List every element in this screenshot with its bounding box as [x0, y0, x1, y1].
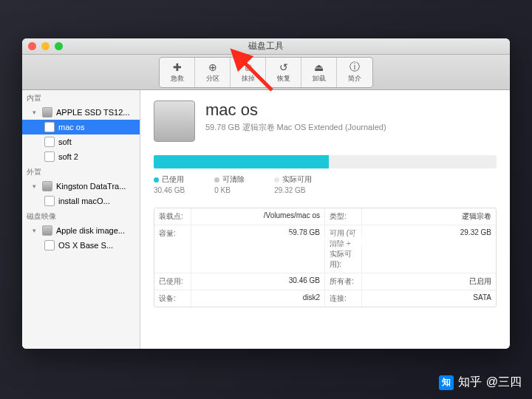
main-panel: mac os 59.78 GB 逻辑宗卷 Mac OS Extended (Jo… [140, 90, 510, 349]
info-key: 装载点: [154, 208, 191, 225]
titlebar[interactable]: 磁盘工具 [22, 38, 510, 55]
volume-subtitle: 59.78 GB 逻辑宗卷 Mac OS Extended (Journaled… [205, 122, 386, 133]
volume-name: mac os [205, 100, 386, 120]
usage-legend: 已使用30.46 GB可清除0 KB实际可用29.32 GB [154, 174, 497, 194]
info-key: 类型: [325, 208, 362, 225]
disk-icon [42, 181, 52, 191]
info-key: 所有者: [325, 273, 362, 290]
info-value: 30.46 GB [191, 273, 325, 290]
stethoscope-icon: ✚ [173, 61, 182, 74]
sidebar-group-label: 外置 [22, 164, 140, 179]
disclosure-icon[interactable]: ▾ [33, 227, 38, 234]
info-key: 设备: [154, 290, 191, 307]
info-key: 可用 (可清除 + 实际可用): [325, 225, 362, 273]
info-row: 已使用:30.46 GB所有者:已启用 [154, 273, 496, 290]
info-row: 设备:disk2连接:SATA [154, 290, 496, 307]
toolbar-erase-button[interactable]: ⎚抹掉 [231, 58, 266, 87]
sidebar-item[interactable]: soft [22, 134, 140, 149]
volume-icon [44, 122, 55, 132]
info-value: 逻辑宗卷 [362, 208, 496, 225]
window-title: 磁盘工具 [22, 40, 510, 52]
info-value: SATA [362, 290, 496, 307]
volume-icon [44, 196, 55, 206]
traffic-lights [28, 42, 63, 50]
toolbar-eject-button[interactable]: ⏏卸载 [301, 58, 337, 87]
sidebar-group-label: 内置 [22, 90, 140, 105]
restore-icon: ↺ [279, 61, 288, 74]
disk-utility-window: 磁盘工具 ✚急救⊕分区⎚抹掉↺恢复⏏卸载ⓘ简介 内置▾APPLE SSD TS1… [22, 38, 510, 349]
info-row: 容量:59.78 GB可用 (可清除 + 实际可用):29.32 GB [154, 225, 496, 273]
sidebar-item[interactable]: soft 2 [22, 149, 140, 164]
volume-icon [44, 240, 55, 250]
legend-used: 已使用30.46 GB [154, 174, 185, 194]
corner-watermark: 知 知乎 @三四 [439, 375, 522, 390]
info-icon: ⓘ [349, 61, 360, 74]
sidebar-item[interactable]: ▾Kingston DataTra... [22, 179, 140, 194]
sidebar-item[interactable]: mac os [22, 120, 140, 134]
info-value: /Volumes/mac os [191, 208, 325, 225]
sidebar-item[interactable]: ▾APPLE SSD TS12... [22, 105, 140, 120]
zhihu-icon: 知 [439, 375, 454, 390]
sidebar-item[interactable]: OS X Base S... [22, 238, 140, 253]
volume-icon [44, 151, 55, 162]
eject-icon: ⏏ [314, 61, 324, 74]
usage-used [154, 155, 329, 168]
info-value: disk2 [191, 290, 325, 307]
disclosure-icon[interactable]: ▾ [33, 109, 38, 116]
volume-icon [44, 137, 55, 147]
toolbar-restore-button[interactable]: ↺恢复 [266, 58, 301, 87]
info-key: 容量: [154, 225, 191, 273]
info-value: 已启用 [362, 273, 496, 290]
info-table: 装载点:/Volumes/mac os类型:逻辑宗卷容量:59.78 GB可用 … [154, 208, 497, 307]
info-row: 装载点:/Volumes/mac os类型:逻辑宗卷 [154, 208, 496, 225]
info-key: 连接: [325, 290, 362, 307]
sidebar-item[interactable]: install macO... [22, 194, 140, 208]
close-icon[interactable] [28, 42, 36, 50]
legend-free: 实际可用29.32 GB [274, 174, 312, 194]
toolbar-stethoscope-button[interactable]: ✚急救 [160, 58, 195, 87]
sidebar-item[interactable]: ▾Apple disk image... [22, 223, 140, 238]
sidebar: 内置▾APPLE SSD TS12...mac ossoftsoft 2外置▾K… [22, 90, 140, 349]
info-key: 已使用: [154, 273, 191, 290]
toolbar: ✚急救⊕分区⎚抹掉↺恢复⏏卸载ⓘ简介 [22, 55, 510, 90]
erase-icon: ⎚ [245, 61, 251, 74]
usage-bar [154, 155, 497, 168]
legend-purgeable: 可清除0 KB [214, 174, 245, 194]
toolbar-info-button[interactable]: ⓘ简介 [337, 58, 372, 87]
disk-icon [42, 107, 52, 117]
disclosure-icon[interactable]: ▾ [33, 183, 38, 190]
volume-icon [154, 100, 195, 142]
info-value: 59.78 GB [191, 225, 325, 273]
sidebar-group-label: 磁盘映像 [22, 208, 140, 223]
info-value: 29.32 GB [362, 225, 496, 273]
minimize-icon[interactable] [41, 42, 50, 50]
zoom-icon[interactable] [55, 42, 63, 50]
disk-icon [42, 225, 52, 236]
partition-icon: ⊕ [208, 61, 217, 74]
toolbar-partition-button[interactable]: ⊕分区 [195, 58, 231, 87]
